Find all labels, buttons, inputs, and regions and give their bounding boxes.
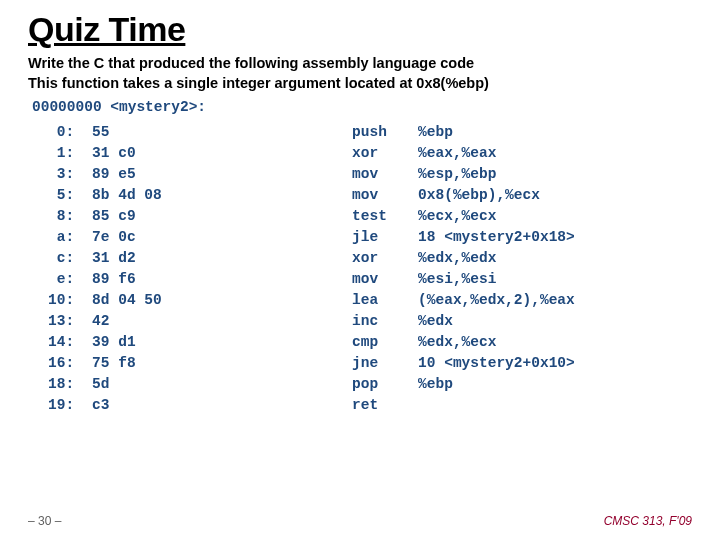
asm-bytes: 31 c0 — [92, 142, 352, 163]
asm-mnemonic: xor — [352, 142, 418, 163]
asm-offset: a: — [48, 226, 92, 247]
asm-bytes: 8d 04 50 — [92, 289, 352, 310]
intro-line-1: Write the C that produced the following … — [28, 55, 692, 71]
asm-mnemonic: push — [352, 121, 418, 142]
asm-bytes: 5d — [92, 373, 352, 394]
asm-mnemonic: mov — [352, 184, 418, 205]
asm-mnemonic: inc — [352, 310, 418, 331]
asm-offset: c: — [48, 247, 92, 268]
asm-mnemonic: lea — [352, 289, 418, 310]
asm-bytes: 42 — [92, 310, 352, 331]
asm-table: 0:55push%ebp1:31 c0xor%eax,%eax3:89 e5mo… — [48, 121, 575, 415]
asm-row: 8:85 c9test%ecx,%ecx — [48, 205, 575, 226]
asm-mnemonic: mov — [352, 163, 418, 184]
asm-operands: %esi,%esi — [418, 268, 575, 289]
asm-operands: %edx — [418, 310, 575, 331]
asm-bytes: 7e 0c — [92, 226, 352, 247]
asm-bytes: 75 f8 — [92, 352, 352, 373]
asm-row: 10:8d 04 50lea(%eax,%edx,2),%eax — [48, 289, 575, 310]
asm-bytes: 89 f6 — [92, 268, 352, 289]
asm-operands — [418, 394, 575, 415]
asm-operands: %ecx,%ecx — [418, 205, 575, 226]
asm-symbol-line: 00000000 <mystery2>: — [32, 99, 692, 115]
asm-bytes: 31 d2 — [92, 247, 352, 268]
asm-offset: 13: — [48, 310, 92, 331]
asm-mnemonic: jne — [352, 352, 418, 373]
asm-row: 1:31 c0xor%eax,%eax — [48, 142, 575, 163]
page-title: Quiz Time — [28, 10, 692, 49]
asm-mnemonic: pop — [352, 373, 418, 394]
asm-offset: 5: — [48, 184, 92, 205]
asm-operands: %eax,%eax — [418, 142, 575, 163]
asm-offset: 10: — [48, 289, 92, 310]
footer-course-tag: CMSC 313, F'09 — [604, 514, 692, 528]
asm-row: 18:5dpop%ebp — [48, 373, 575, 394]
slide-footer: – 30 – CMSC 313, F'09 — [28, 514, 692, 528]
asm-row: c:31 d2xor%edx,%edx — [48, 247, 575, 268]
asm-bytes: 55 — [92, 121, 352, 142]
asm-row: 19:c3ret — [48, 394, 575, 415]
asm-row: a:7e 0cjle18 <mystery2+0x18> — [48, 226, 575, 247]
asm-bytes: 8b 4d 08 — [92, 184, 352, 205]
asm-row: 0:55push%ebp — [48, 121, 575, 142]
asm-operands: %edx,%edx — [418, 247, 575, 268]
asm-offset: 18: — [48, 373, 92, 394]
asm-row: 13:42inc%edx — [48, 310, 575, 331]
asm-bytes: 89 e5 — [92, 163, 352, 184]
asm-mnemonic: jle — [352, 226, 418, 247]
asm-offset: 0: — [48, 121, 92, 142]
asm-mnemonic: test — [352, 205, 418, 226]
asm-offset: 14: — [48, 331, 92, 352]
asm-row: 5:8b 4d 08mov0x8(%ebp),%ecx — [48, 184, 575, 205]
asm-operands: %esp,%ebp — [418, 163, 575, 184]
asm-mnemonic: cmp — [352, 331, 418, 352]
asm-mnemonic: mov — [352, 268, 418, 289]
asm-block: 00000000 <mystery2>: 0:55push%ebp1:31 c0… — [30, 99, 692, 415]
asm-operands: %edx,%ecx — [418, 331, 575, 352]
asm-operands: %ebp — [418, 121, 575, 142]
footer-page-number: – 30 – — [28, 514, 61, 528]
asm-operands: (%eax,%edx,2),%eax — [418, 289, 575, 310]
asm-offset: 16: — [48, 352, 92, 373]
asm-bytes: 85 c9 — [92, 205, 352, 226]
asm-bytes: 39 d1 — [92, 331, 352, 352]
asm-offset: 1: — [48, 142, 92, 163]
asm-bytes: c3 — [92, 394, 352, 415]
asm-row: 3:89 e5mov%esp,%ebp — [48, 163, 575, 184]
intro-line-2: This function takes a single integer arg… — [28, 75, 692, 91]
asm-operands: 18 <mystery2+0x18> — [418, 226, 575, 247]
asm-row: 14:39 d1cmp%edx,%ecx — [48, 331, 575, 352]
asm-mnemonic: xor — [352, 247, 418, 268]
asm-offset: e: — [48, 268, 92, 289]
asm-operands: %ebp — [418, 373, 575, 394]
asm-offset: 8: — [48, 205, 92, 226]
asm-mnemonic: ret — [352, 394, 418, 415]
asm-offset: 3: — [48, 163, 92, 184]
asm-row: e:89 f6mov%esi,%esi — [48, 268, 575, 289]
asm-operands: 0x8(%ebp),%ecx — [418, 184, 575, 205]
asm-row: 16:75 f8jne10 <mystery2+0x10> — [48, 352, 575, 373]
asm-offset: 19: — [48, 394, 92, 415]
asm-operands: 10 <mystery2+0x10> — [418, 352, 575, 373]
